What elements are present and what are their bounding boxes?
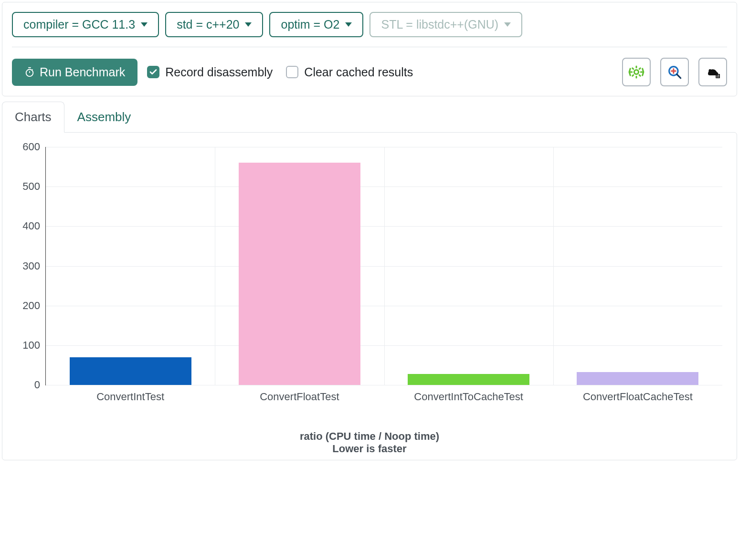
run-button-label: Run Benchmark <box>40 65 125 79</box>
config-dropdown-2[interactable]: optim = O2 <box>269 12 363 37</box>
inspect-button[interactable] <box>660 58 689 86</box>
checkbox-group: Record disassemblyClear cached results <box>147 65 413 79</box>
chevron-down-icon <box>345 22 352 27</box>
bar-1[interactable] <box>239 163 360 385</box>
chart-xsub: Lower is faster <box>12 443 727 455</box>
chevron-down-icon <box>141 22 148 27</box>
y-tick-label: 100 <box>22 339 46 352</box>
chart-plot: 0100200300400500600ConvertIntTestConvert… <box>45 147 722 385</box>
checkbox-label: Record disassembly <box>165 65 273 79</box>
dropdown-label: STL = libstdc++(GNU) <box>381 18 498 31</box>
checkbox-label: Clear cached results <box>304 65 413 79</box>
checkbox-0[interactable]: Record disassembly <box>147 65 273 79</box>
x-tick-label: ConvertIntToCacheTest <box>414 385 523 403</box>
config-dropdown-1[interactable]: std = c++20 <box>165 12 263 37</box>
run-benchmark-button[interactable]: Run Benchmark <box>12 59 137 86</box>
x-tick-label: ConvertIntTest <box>96 385 164 403</box>
dropdown-label: std = c++20 <box>177 18 239 31</box>
vertical-divider <box>215 147 215 385</box>
chevron-down-icon <box>504 22 511 27</box>
bar-3[interactable] <box>577 372 698 385</box>
x-tick-label: ConvertFloatCacheTest <box>583 385 693 403</box>
svg-point-1 <box>634 70 638 74</box>
checkbox-1[interactable]: Clear cached results <box>286 65 413 79</box>
magnify-plus-icon <box>666 64 683 80</box>
vertical-divider <box>553 147 554 385</box>
y-tick-label: 300 <box>22 260 46 272</box>
config-dropdown-row: compiler = GCC 11.3std = c++20optim = O2… <box>12 12 727 47</box>
chevron-down-icon <box>245 22 252 27</box>
chart-area: 0100200300400500600ConvertIntTestConvert… <box>12 142 727 428</box>
compiler-explorer-button[interactable] <box>622 58 651 86</box>
bar-2[interactable] <box>408 374 529 385</box>
y-tick-label: 0 <box>34 379 46 391</box>
chart-panel: 0100200300400500600ConvertIntTestConvert… <box>2 132 737 460</box>
config-dropdown-0[interactable]: compiler = GCC 11.3 <box>12 12 159 37</box>
checkbox-checked-icon <box>147 66 159 78</box>
bar-0[interactable] <box>70 357 191 385</box>
tab-assembly[interactable]: Assembly <box>64 102 144 133</box>
y-tick-label: 400 <box>22 220 46 232</box>
chart-xlabel: ratio (CPU time / Noop time) <box>12 430 727 443</box>
stopwatch-icon <box>24 67 35 77</box>
y-tick-label: 600 <box>22 141 46 153</box>
vertical-divider <box>384 147 385 385</box>
y-tick-label: 500 <box>22 180 46 193</box>
config-dropdown-3: STL = libstdc++(GNU) <box>370 12 522 37</box>
x-tick-label: ConvertFloatTest <box>260 385 339 403</box>
svg-point-3 <box>709 69 712 72</box>
checkbox-unchecked-icon <box>286 66 298 78</box>
dropdown-label: compiler = GCC 11.3 <box>23 18 135 31</box>
gear-brackets-icon <box>628 64 644 80</box>
dropdown-label: optim = O2 <box>281 18 339 31</box>
action-row: Run Benchmark Record disassemblyClear ca… <box>12 58 727 86</box>
tabs-row: ChartsAssembly <box>2 102 737 133</box>
beaver-icon <box>705 64 721 80</box>
godbolt-button[interactable] <box>698 58 727 86</box>
tab-charts[interactable]: Charts <box>2 102 64 133</box>
config-panel: compiler = GCC 11.3std = c++20optim = O2… <box>2 2 737 96</box>
y-tick-label: 200 <box>22 300 46 312</box>
